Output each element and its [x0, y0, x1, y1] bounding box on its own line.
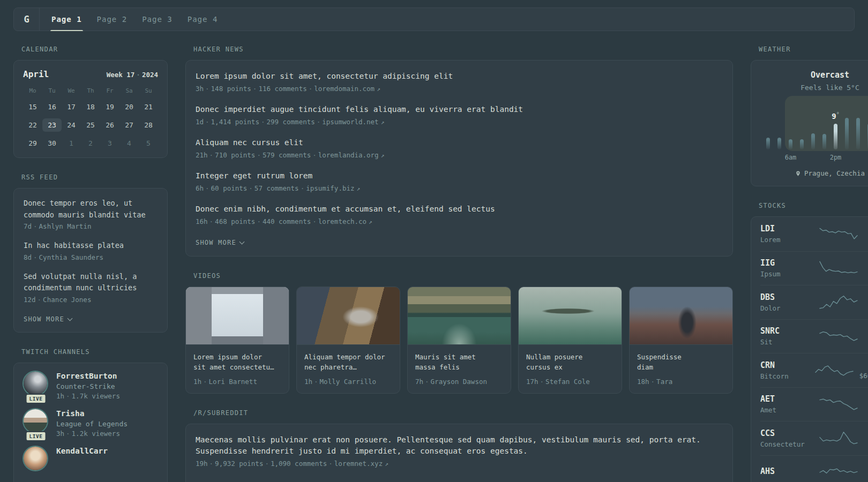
hackernews-item-domain-link[interactable]: loremlandia.org — [318, 151, 379, 159]
stock-name: Bitcorn — [760, 372, 812, 380]
calendar-day[interactable]: 26 — [100, 118, 119, 132]
stock-ticker[interactable]: CCS — [760, 428, 812, 438]
hackernews-item-title[interactable]: Aliquam nec cursus elit — [196, 137, 723, 148]
calendar-day[interactable]: 16 — [42, 100, 62, 114]
video-title[interactable]: Nullam posuere cursus ex — [519, 345, 622, 373]
subreddit-section-title: /R/SUBREDDIT — [193, 409, 733, 417]
hackernews-item-domain-link[interactable]: ipsumworld.net — [322, 118, 378, 126]
location-pin-icon — [795, 170, 801, 177]
hackernews-item-title[interactable]: Donec enim nibh, condimentum et accumsan… — [196, 204, 723, 215]
stock-row: DBSDolor +1.42%$156.28 — [760, 285, 868, 319]
calendar-day[interactable]: 15 — [23, 100, 42, 114]
stock-ticker[interactable]: SNRC — [760, 326, 812, 336]
video-meta: 18h·Tara — [630, 373, 732, 393]
stock-ticker[interactable]: CRN — [760, 360, 812, 370]
stock-sparkline — [818, 224, 859, 244]
hackernews-item: Integer eget rutrum lorem 6h·60 points·5… — [196, 170, 723, 192]
video-title[interactable]: Mauris sit amet massa felis — [408, 345, 511, 373]
calendar-day[interactable]: 29 — [23, 137, 42, 150]
calendar-day[interactable]: 28 — [139, 118, 158, 132]
rss-item-title[interactable]: In hac habitasse platea — [24, 240, 158, 252]
stock-row: AHS +0.46% — [760, 455, 868, 482]
twitch-game[interactable]: League of Legends — [56, 420, 128, 428]
twitch-channel-name[interactable]: Trisha — [56, 409, 128, 418]
hackernews-item-domain-link[interactable]: loremdomain.com — [314, 85, 375, 93]
stock-ticker[interactable]: DBS — [760, 292, 812, 302]
stock-ticker[interactable]: LDI — [760, 224, 812, 234]
subreddit-post-meta: 19h·9,932 points·1,090 comments·loremnet… — [196, 460, 723, 468]
subreddit-post-domain-link[interactable]: loremnet.xyz — [334, 460, 383, 468]
rss-section: RSS FEED Donec tempor eros leo, ut commo… — [13, 174, 168, 333]
hackernews-item: Donec enim nibh, condimentum et accumsan… — [196, 204, 723, 225]
calendar-day[interactable]: 2 — [81, 137, 100, 150]
hackernews-item-meta: 3h·148 points·116 comments·loremdomain.c… — [196, 85, 723, 93]
hackernews-item-title[interactable]: Lorem ipsum dolor sit amet, consectetur … — [196, 71, 723, 82]
external-link-icon: ↗ — [377, 86, 380, 93]
calendar-day-selected[interactable]: 23 — [42, 118, 62, 132]
hackernews-item-title[interactable]: Donec imperdiet augue tincidunt felis al… — [196, 104, 723, 115]
stock-name: Sit — [760, 338, 812, 346]
video-thumbnail[interactable] — [408, 287, 511, 345]
tab-page-2[interactable]: Page 2 — [89, 8, 135, 31]
calendar-section: CALENDAR April Week 17·2024 Mo Tu We Th … — [13, 46, 168, 158]
video-title[interactable]: Lorem ipsum dolor sit amet consectetu… — [186, 345, 289, 373]
stocks-section-title: STOCKS — [759, 202, 868, 209]
external-link-icon: ↗ — [357, 185, 361, 192]
stock-row: CRNBitcorn -1.00%$66,171.48 — [760, 353, 868, 387]
video-thumbnail[interactable] — [519, 287, 622, 345]
stock-ticker[interactable]: AHS — [760, 466, 812, 476]
video-thumbnail[interactable] — [297, 287, 400, 345]
calendar-day[interactable]: 3 — [100, 137, 119, 150]
avatar[interactable] — [24, 409, 47, 433]
weekday-label: Fr — [100, 87, 119, 95]
twitch-channel-name[interactable]: ForrestBurton — [56, 372, 120, 380]
subreddit-post-title[interactable]: Maecenas mollis pulvinar erat non posuer… — [196, 434, 723, 457]
calendar-day[interactable]: 5 — [139, 137, 158, 150]
rss-item-meta: 12d·Chance Jones — [24, 296, 158, 304]
hackernews-item-domain-link[interactable]: ipsumify.biz — [306, 184, 354, 192]
weather-bar — [856, 118, 860, 149]
calendar-day[interactable]: 30 — [42, 137, 62, 150]
video-title[interactable]: Suspendisse diam — [630, 345, 732, 373]
weather-bar — [845, 118, 849, 149]
page-tabs: Page 1 Page 2 Page 3 Page 4 — [40, 8, 225, 31]
weather-feels-like: Feels like 5°C — [762, 84, 868, 92]
tab-page-1[interactable]: Page 1 — [44, 8, 89, 31]
weekday-label: Sa — [119, 87, 139, 95]
tab-page-4[interactable]: Page 4 — [180, 8, 226, 31]
twitch-game[interactable]: Counter-Strike — [56, 382, 120, 390]
calendar-day[interactable]: 19 — [100, 100, 119, 114]
calendar-day[interactable]: 20 — [119, 100, 139, 114]
rss-item-title[interactable]: Sed volutpat nulla nisl, a condimentum n… — [24, 271, 158, 294]
twitch-channel-row: KendallCarr — [24, 447, 158, 470]
stock-ticker[interactable]: AET — [760, 394, 812, 404]
tab-page-3[interactable]: Page 3 — [134, 8, 180, 31]
hackernews-item-domain-link[interactable]: loremtech.co — [318, 217, 366, 225]
calendar-day[interactable]: 27 — [119, 118, 139, 132]
calendar-day[interactable]: 4 — [119, 137, 139, 150]
video-title[interactable]: Aliquam tempor dolor nec pharetra… — [297, 345, 400, 373]
rss-section-title: RSS FEED — [21, 174, 168, 181]
avatar[interactable] — [24, 372, 47, 395]
calendar-day[interactable]: 24 — [62, 118, 81, 132]
calendar-day[interactable]: 21 — [139, 100, 158, 114]
calendar-day[interactable]: 22 — [23, 118, 42, 132]
video-thumbnail[interactable] — [630, 287, 732, 345]
rss-show-more-button[interactable]: SHOW MORE — [24, 315, 72, 323]
calendar-day[interactable]: 17 — [62, 100, 81, 114]
calendar-day[interactable]: 1 — [62, 137, 81, 150]
hackernews-item-title[interactable]: Integer eget rutrum lorem — [196, 170, 723, 182]
hackernews-show-more-button[interactable]: SHOW MORE — [196, 239, 244, 246]
video-thumbnail[interactable] — [186, 287, 289, 345]
calendar-day[interactable]: 18 — [81, 100, 100, 114]
weather-time-ticks: 6am 2pm 10pm — [762, 154, 868, 162]
calendar-widget: April Week 17·2024 Mo Tu We Th Fr Sa Su … — [13, 60, 168, 158]
app-logo[interactable]: G — [14, 8, 40, 31]
stock-ticker[interactable]: IIG — [760, 258, 812, 268]
top-navbar: G Page 1 Page 2 Page 3 Page 4 — [13, 7, 855, 31]
calendar-day[interactable]: 25 — [81, 118, 100, 132]
rss-item-meta: 7d·Ashlyn Martin — [24, 222, 158, 230]
twitch-channel-name[interactable]: KendallCarr — [56, 447, 108, 455]
rss-item-title[interactable]: Donec tempor eros leo, ut commodo mauris… — [24, 198, 158, 221]
avatar[interactable] — [24, 447, 47, 470]
